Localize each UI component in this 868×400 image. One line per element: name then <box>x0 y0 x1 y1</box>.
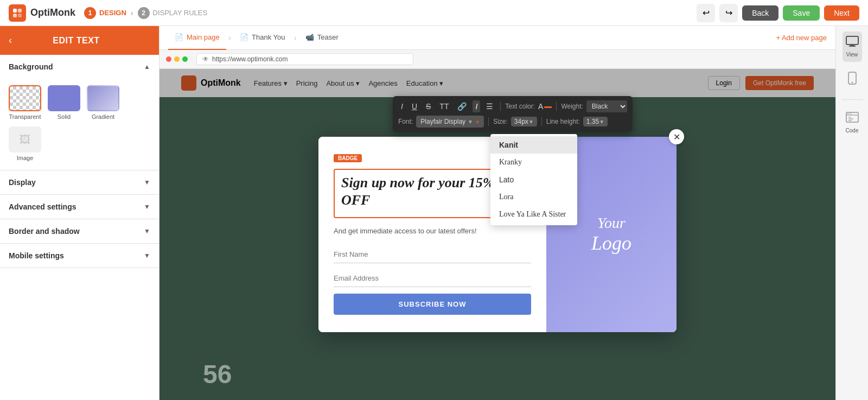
popup-email-input[interactable] <box>334 270 531 287</box>
tb-underline-btn[interactable]: U <box>409 100 420 112</box>
tab-thankyou[interactable]: 📄 Thank You <box>233 26 291 50</box>
popup-subscribe-btn[interactable]: SUBSCRIBE NOW <box>334 294 531 315</box>
tab-main[interactable]: 📄 Main page <box>168 26 226 50</box>
tb-link-btn[interactable]: 🔗 <box>455 100 469 112</box>
website-background: OptiMonk Features ▾ Pricing About us ▾ A… <box>159 69 835 400</box>
section-mobile-arrow: ▼ <box>144 252 150 259</box>
svg-point-11 <box>847 113 848 115</box>
section-background-label: Background <box>9 62 53 71</box>
tb-color-box[interactable]: A <box>538 102 552 111</box>
next-button[interactable]: Next <box>824 5 859 21</box>
popup-overlay: I U S TT 🔗 I ☰ Text color: A <box>159 69 835 400</box>
top-nav: OptiMonk 1 DESIGN › 2 DISPLAY RULES ↩ ↪ … <box>0 0 868 26</box>
tb-lh-value: 1.35 <box>586 118 599 125</box>
font-item-kanit[interactable]: Kanit <box>490 136 577 154</box>
rp-code-label: Code <box>846 128 859 134</box>
section-background-arrow: ▲ <box>144 63 150 71</box>
tb-lh-label: Line height: <box>546 118 580 125</box>
tab-thankyou-icon: 📄 <box>240 33 248 41</box>
font-item-lato[interactable]: Lato <box>490 171 577 188</box>
tb-divider-1 <box>500 102 501 111</box>
swatch-gradient[interactable]: Gradient <box>87 85 119 120</box>
sidebar-header: ‹ EDIT TEXT <box>0 26 159 55</box>
svg-point-12 <box>849 113 850 115</box>
tb-size-box[interactable]: 34px ▼ <box>511 117 537 126</box>
tb-italic2-btn[interactable]: I <box>473 100 480 112</box>
tb-divider-4 <box>541 117 542 126</box>
rp-code-item[interactable]: Code <box>843 107 862 138</box>
svg-rect-3 <box>18 14 22 17</box>
browser-url-bar[interactable]: 👁 https://www.optimonk.com <box>196 53 413 65</box>
tb-divider-2 <box>556 102 557 111</box>
font-dropdown: Kanit Kranky Lato Lora Love Ya Like A Si… <box>490 134 577 225</box>
tab-teaser-icon: 📹 <box>305 33 314 41</box>
save-button[interactable]: Save <box>783 5 820 21</box>
tb-font-select[interactable]: Playfair Display ▼ + <box>416 116 484 128</box>
tab-thankyou-label: Thank You <box>252 33 285 41</box>
tb-color-bar <box>544 106 552 108</box>
rp-divider <box>841 99 863 100</box>
swatch-solid[interactable]: Solid <box>48 85 80 120</box>
svg-rect-4 <box>846 36 858 45</box>
tb-align-btn[interactable]: ☰ <box>483 100 496 112</box>
redo-button[interactable]: ↪ <box>719 4 738 22</box>
right-panel: View <box>835 26 868 400</box>
font-item-loveyalikeasister[interactable]: Love Ya Like A Sister <box>490 206 577 223</box>
toolbar-row-1: I U S TT 🔗 I ☰ Text color: A <box>398 100 627 112</box>
step-2-label: DISPLAY RULES <box>153 9 208 17</box>
back-button[interactable]: Back <box>742 5 778 21</box>
step-1-label: DESIGN <box>99 9 126 17</box>
tb-weight-label: Weight: <box>561 103 583 110</box>
tb-weight-select[interactable]: Black Bold Regular <box>586 100 627 112</box>
sidebar-back-icon[interactable]: ‹ <box>9 35 12 46</box>
tb-strikethrough-btn[interactable]: S <box>423 100 433 112</box>
section-advanced-header[interactable]: Advanced settings ▼ <box>0 195 159 219</box>
rp-mobile-icon <box>848 72 857 87</box>
tab-teaser[interactable]: 📹 Teaser <box>299 26 345 50</box>
font-item-lora[interactable]: Lora <box>490 188 577 206</box>
popup-logo: YourLogo <box>591 214 631 256</box>
tb-color-icon: A <box>538 102 543 111</box>
sidebar: ‹ EDIT TEXT Background ▲ Transparent Sol… <box>0 26 159 400</box>
tb-tt-btn[interactable]: TT <box>437 100 451 112</box>
tb-lh-box[interactable]: 1.35 ▼ <box>583 117 608 126</box>
tb-font-name: Playfair Display <box>420 118 465 125</box>
tb-font-label: Font: <box>398 118 413 125</box>
svg-point-8 <box>851 82 853 84</box>
add-page-button[interactable]: + Add new page <box>776 34 827 42</box>
tab-main-icon: 📄 <box>175 33 183 41</box>
tb-size-value: 34px <box>514 118 528 125</box>
rp-mobile-item[interactable] <box>845 67 860 92</box>
svg-rect-0 <box>13 9 17 12</box>
step-indicator: 1 DESIGN › 2 DISPLAY RULES <box>84 7 207 19</box>
tb-divider-3 <box>488 117 489 126</box>
popup-close-btn[interactable]: ✕ <box>669 129 684 144</box>
rp-view-item[interactable]: View <box>843 31 862 62</box>
tb-size-label: Size: <box>493 118 508 125</box>
tab-sep-2: › <box>294 33 297 43</box>
swatch-image[interactable]: 🖼 Image <box>9 126 41 161</box>
section-display-header[interactable]: Display ▼ <box>0 170 159 194</box>
section-mobile-label: Mobile settings <box>9 251 64 260</box>
font-item-kranky[interactable]: Kranky <box>490 154 577 171</box>
undo-button[interactable]: ↩ <box>697 4 715 22</box>
swatch-transparent[interactable]: Transparent <box>9 85 41 120</box>
canvas: OptiMonk Features ▾ Pricing About us ▾ A… <box>159 69 835 400</box>
rp-view-label: View <box>846 52 858 58</box>
popup-badge: BADGE <box>334 154 362 162</box>
step-2: 2 DISPLAY RULES <box>138 7 208 19</box>
popup-firstname-input[interactable] <box>334 246 531 263</box>
tab-main-label: Main page <box>187 33 220 41</box>
dot-yellow <box>174 56 180 62</box>
section-background-header[interactable]: Background ▲ <box>0 55 159 79</box>
section-display-label: Display <box>9 178 36 187</box>
text-toolbar: I U S TT 🔗 I ☰ Text color: A <box>393 96 633 132</box>
section-border-header[interactable]: Border and shadow ▼ <box>0 219 159 243</box>
tab-sep-1: › <box>228 33 231 43</box>
content-area: 📄 Main page › 📄 Thank You › 📹 Teaser + A… <box>159 26 835 400</box>
browser-dots <box>166 56 188 62</box>
section-mobile-header[interactable]: Mobile settings ▼ <box>0 244 159 268</box>
dot-green <box>182 56 188 62</box>
section-border-label: Border and shadow <box>9 227 80 236</box>
tb-italic-btn[interactable]: I <box>398 100 406 112</box>
